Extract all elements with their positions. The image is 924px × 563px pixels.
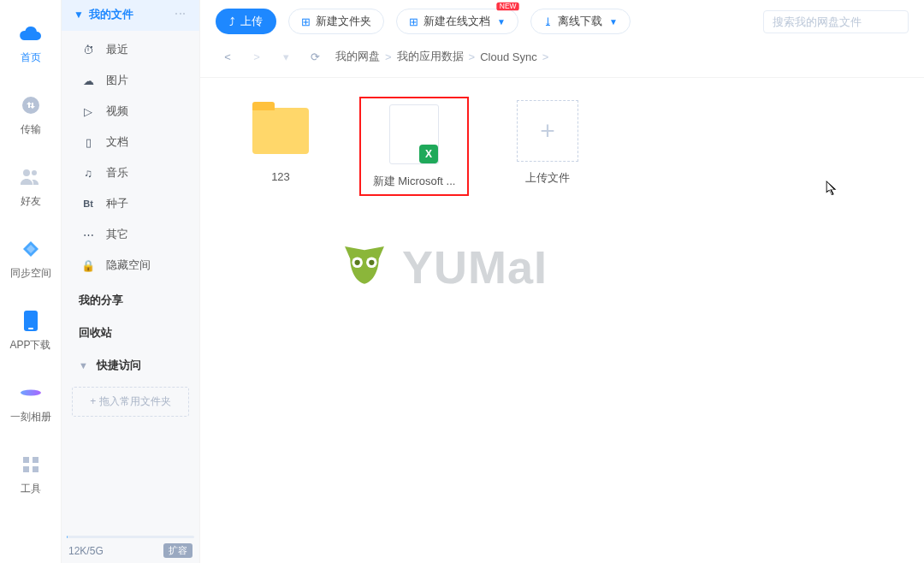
svg-point-2 <box>21 390 41 396</box>
headphone-icon: ♫ <box>80 165 96 181</box>
caret-down-icon: ▼ <box>497 17 506 27</box>
sidebar-footer: 12K/5G 扩容 <box>62 536 199 563</box>
sidebar-item-recent[interactable]: ⏱最近 <box>62 34 199 65</box>
newfolder-button[interactable]: ⊞ 新建文件夹 <box>288 9 384 34</box>
plus-icon: + <box>517 100 578 162</box>
sidebar-list: ⏱最近 ☁图片 ▷视频 ▯文档 ♫音乐 Bt种子 ⋯其它 🔒隐藏空间 <box>62 31 199 284</box>
upload-button[interactable]: ⤴ 上传 <box>216 9 276 34</box>
nav-label: 传输 <box>21 122 41 137</box>
sidebar-item-video[interactable]: ▷视频 <box>62 96 199 127</box>
upload-icon: ⤴ <box>229 15 235 28</box>
file-folder[interactable]: 123 <box>229 100 332 183</box>
svg-rect-3 <box>23 457 29 463</box>
lock-icon: 🔒 <box>80 258 96 273</box>
quota-bar <box>67 536 194 538</box>
friends-icon <box>18 164 44 190</box>
nav-home[interactable]: 首页 <box>0 9 61 80</box>
more-icon[interactable]: ⋮ <box>174 8 187 21</box>
svg-point-7 <box>352 258 363 269</box>
tools-icon <box>18 452 44 477</box>
cursor-icon <box>826 181 838 196</box>
doc-plus-icon: ⊞ <box>409 15 418 28</box>
sidebar-item-other[interactable]: ⋯其它 <box>62 219 199 250</box>
newdoc-button[interactable]: ⊞ 新建在线文档 ▼ NEW <box>396 9 518 34</box>
image-icon: ☁ <box>80 73 96 88</box>
sidebar-recycle[interactable]: 回收站 <box>62 317 199 349</box>
sidebar-header[interactable]: ▼ 我的文件 ⋮ <box>62 0 199 31</box>
transfer-icon <box>18 92 44 118</box>
sidebar-item-music[interactable]: ♫音乐 <box>62 157 199 188</box>
breadcrumb: 我的网盘 > 我的应用数据 > Cloud Sync > <box>335 49 548 64</box>
nav-friends[interactable]: 好友 <box>0 152 61 224</box>
caret-down-icon: ▼ <box>74 9 84 21</box>
nav-label: 首页 <box>21 50 41 65</box>
toolbar: ⤴ 上传 ⊞ 新建文件夹 ⊞ 新建在线文档 ▼ NEW ⤓ 离线下载 ▼ <box>200 0 924 43</box>
crumb-0[interactable]: 我的网盘 <box>335 49 380 64</box>
nav-sync[interactable]: 同步空间 <box>0 224 61 296</box>
search-input[interactable] <box>763 10 909 33</box>
svg-rect-6 <box>33 466 38 472</box>
svg-point-10 <box>369 260 374 265</box>
folder-icon <box>252 108 309 154</box>
sidebar-quick[interactable]: ▼ 快捷访问 <box>62 349 199 382</box>
nav-tools[interactable]: 工具 <box>0 440 61 512</box>
chevron-right-icon: > <box>469 50 476 63</box>
nav-album[interactable]: 一刻相册 <box>0 368 61 440</box>
back-button[interactable]: < <box>219 48 236 65</box>
svg-point-9 <box>355 260 360 265</box>
sidebar-item-doc[interactable]: ▯文档 <box>62 127 199 157</box>
file-upload-tile[interactable]: + 上传文件 <box>496 100 599 186</box>
refresh-button[interactable]: ⟳ <box>306 48 323 65</box>
other-icon: ⋯ <box>80 227 96 242</box>
phone-icon <box>18 308 44 334</box>
sidebar: ▼ 我的文件 ⋮ ⏱最近 ☁图片 ▷视频 ▯文档 ♫音乐 Bt种子 ⋯其它 🔒隐… <box>62 0 200 563</box>
svg-point-8 <box>366 258 377 269</box>
album-icon <box>18 380 44 406</box>
file-label: 新建 Microsoft ... <box>364 174 464 189</box>
file-label: 123 <box>229 170 332 183</box>
nav-label: 工具 <box>21 482 41 496</box>
sidebar-item-bt[interactable]: Bt种子 <box>62 188 199 219</box>
nav-label: 一刻相册 <box>10 410 51 424</box>
chevron-right-icon: > <box>385 50 392 63</box>
file-label: 上传文件 <box>496 170 599 186</box>
nav-label: 好友 <box>21 194 41 209</box>
sidebar-myshare[interactable]: 我的分享 <box>62 284 199 317</box>
sidebar-title: 我的文件 <box>89 7 174 22</box>
nav-app[interactable]: APP下载 <box>0 296 61 368</box>
download-icon: ⤓ <box>543 15 553 28</box>
nav-rail: 首页 传输 好友 同步空间 APP下载 一刻相册 工具 <box>0 0 62 563</box>
play-icon: ▷ <box>80 104 96 119</box>
file-grid: 123 X 新建 Microsoft ... + 上传文件 YUMaI <box>200 78 924 563</box>
caret-down-icon: ▼ <box>79 360 88 370</box>
svg-rect-5 <box>23 466 29 472</box>
svg-rect-4 <box>33 457 38 463</box>
sidebar-quick-drop[interactable]: + 拖入常用文件夹 <box>72 387 189 417</box>
cloud-icon <box>18 21 44 46</box>
owl-icon <box>337 246 392 287</box>
sync-icon <box>18 236 44 262</box>
file-excel[interactable]: X 新建 Microsoft ... <box>363 100 465 193</box>
sidebar-item-photo[interactable]: ☁图片 <box>62 65 199 96</box>
file-icon: ▯ <box>80 134 96 150</box>
watermark-text: YUMaI <box>402 240 548 293</box>
offline-button[interactable]: ⤓ 离线下载 ▼ <box>530 9 631 34</box>
forward-button[interactable]: > <box>248 48 265 65</box>
clock-icon: ⏱ <box>80 42 96 57</box>
crumb-1[interactable]: 我的应用数据 <box>397 49 464 64</box>
expand-button[interactable]: 扩容 <box>163 543 192 558</box>
excel-icon: X <box>419 145 438 163</box>
chevron-right-icon: > <box>542 50 549 63</box>
main: ⤴ 上传 ⊞ 新建文件夹 ⊞ 新建在线文档 ▼ NEW ⤓ 离线下载 ▼ < >… <box>200 0 924 563</box>
quota-text: 12K/5G <box>68 545 104 557</box>
dropdown-nav-button[interactable]: ▾ <box>277 48 294 65</box>
nav-transfer[interactable]: 传输 <box>0 80 61 152</box>
nav-label: 同步空间 <box>10 266 51 281</box>
breadcrumb-bar: < > ▾ ⟳ 我的网盘 > 我的应用数据 > Cloud Sync > <box>200 43 924 78</box>
caret-down-icon: ▼ <box>609 17 618 27</box>
sidebar-item-hidden[interactable]: 🔒隐藏空间 <box>62 250 199 281</box>
new-badge: NEW <box>496 3 519 10</box>
crumb-2[interactable]: Cloud Sync <box>480 50 536 63</box>
bt-icon: Bt <box>80 196 96 211</box>
folder-plus-icon: ⊞ <box>301 15 311 28</box>
